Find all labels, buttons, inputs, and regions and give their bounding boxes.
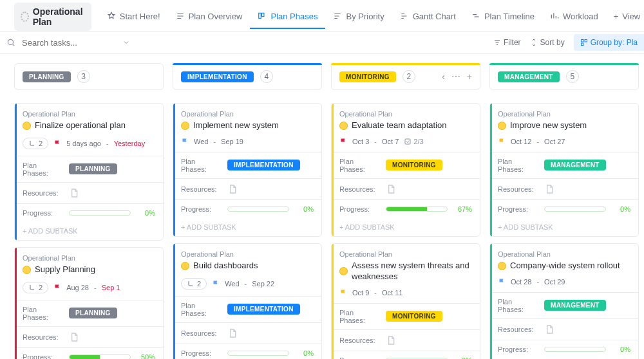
add-subtask-button[interactable]: + ADD SUBTASK (173, 218, 321, 236)
status-dot-icon[interactable] (23, 266, 31, 274)
field-label: Progress: (498, 205, 539, 213)
chevron-down-icon[interactable] (122, 39, 130, 46)
status-dot-icon[interactable] (23, 122, 31, 130)
progress-bar[interactable] (69, 210, 131, 216)
phase-tag[interactable]: PLANNING (69, 308, 117, 318)
toolbar-right: Filter Sort by Group by: Pla (493, 34, 644, 51)
group-by-button[interactable]: Group by: Pla (574, 34, 644, 51)
task-title: Improve new system (510, 120, 587, 131)
tab-workload[interactable]: Workload (542, 5, 606, 29)
document-icon[interactable] (386, 184, 396, 194)
document-icon[interactable] (386, 335, 396, 345)
tab-plan-overview[interactable]: Plan Overview (168, 5, 251, 29)
tab-label: Gantt Chart (413, 12, 456, 21)
plus-icon: + (614, 12, 619, 21)
tab-by-priority[interactable]: By Priority (325, 5, 392, 29)
progress-value: 0% (294, 349, 314, 357)
filter-button[interactable]: Filter (493, 38, 521, 47)
add-subtask-button[interactable]: + ADD SUBTASK (15, 222, 163, 240)
task-title: Supply Planning (35, 264, 95, 275)
phase-tag[interactable]: MANAGEMENT (544, 160, 606, 170)
task-card[interactable]: Operational Plan Assess new system threa… (331, 243, 480, 359)
document-icon[interactable] (227, 328, 238, 338)
task-card[interactable]: Operational Plan Implement new system We… (173, 103, 322, 237)
flag-icon[interactable] (339, 138, 347, 145)
progress-bar[interactable] (386, 207, 448, 212)
group-label: Group by: Pla (591, 38, 638, 47)
task-card[interactable]: Operational Plan Evaluate team adaptatio… (331, 103, 480, 237)
phase-tag[interactable]: MONITORING (386, 311, 442, 322)
column-header-management[interactable]: MANAGEMENT 5 (489, 63, 639, 90)
task-title: Assess new system threats and weaknesses (352, 261, 472, 282)
add-icon[interactable]: + (467, 71, 472, 82)
tab-gantt-chart[interactable]: Gantt Chart (392, 5, 464, 29)
field-label: Plan Phases: (23, 306, 64, 321)
document-icon[interactable] (544, 324, 554, 335)
column-header-implementation[interactable]: IMPLEMENTATION 4 (173, 63, 322, 90)
flag-icon[interactable] (498, 278, 506, 286)
add-subtask-button[interactable]: + ADD SUBTASK (332, 218, 480, 236)
progress-bar[interactable] (544, 347, 606, 352)
subtask-icon (28, 140, 36, 147)
flag-icon[interactable] (53, 284, 61, 291)
progress-bar[interactable] (227, 351, 289, 356)
field-label: Resources: (181, 185, 222, 193)
search-input[interactable] (21, 37, 117, 48)
field-label: Resources: (339, 336, 381, 344)
status-dot-icon[interactable] (181, 262, 189, 270)
subtask-count[interactable]: 2 (23, 138, 48, 149)
flag-icon[interactable] (53, 140, 61, 147)
add-subtask-button[interactable]: + ADD SUBTASK (490, 218, 638, 236)
board: PLANNING 3 Operational Plan Finalize ope… (0, 54, 644, 359)
collapse-icon[interactable]: ‹ (442, 71, 445, 82)
phase-tag[interactable]: IMPLEMENTATION (227, 304, 300, 315)
progress-bar[interactable] (69, 354, 131, 359)
plan-chip[interactable]: Operational Plan (14, 3, 91, 31)
flag-icon[interactable] (498, 138, 506, 145)
document-icon[interactable] (69, 332, 79, 342)
column-implementation: IMPLEMENTATION 4 Operational Plan Implem… (173, 63, 322, 359)
column-header-planning[interactable]: PLANNING 3 (14, 63, 164, 90)
more-icon[interactable]: ⋯ (451, 71, 460, 82)
subtask-count[interactable]: 2 (181, 278, 207, 290)
task-card[interactable]: Operational Plan Finalize operational pl… (14, 103, 164, 241)
tab-add-view[interactable]: + View (606, 5, 644, 29)
status-dot-icon[interactable] (339, 267, 348, 275)
sort-button[interactable]: Sort by (530, 38, 565, 47)
status-dot-icon[interactable] (339, 122, 348, 130)
search-wrap (6, 37, 130, 48)
task-card[interactable]: Operational Plan Company-wide system rol… (489, 243, 639, 359)
flag-icon[interactable] (339, 289, 347, 297)
status-dot-icon[interactable] (498, 122, 506, 130)
document-icon[interactable] (544, 184, 554, 194)
column-header-monitoring[interactable]: MONITORING 2 ‹ ⋯ + (331, 63, 480, 90)
phase-tag[interactable]: PLANNING (69, 163, 117, 174)
column-monitoring: MONITORING 2 ‹ ⋯ + Operational Plan Eval… (331, 63, 480, 359)
tab-start-here[interactable]: Start Here! (99, 5, 168, 29)
status-dot-icon[interactable] (181, 122, 189, 130)
flag-icon[interactable] (212, 280, 220, 288)
task-card[interactable]: Operational Plan Improve new system Oct … (489, 103, 639, 237)
progress-bar[interactable] (227, 207, 289, 212)
document-icon[interactable] (227, 184, 238, 194)
start-date: Aug 28 (66, 284, 89, 291)
task-card[interactable]: Operational Plan Supply Planning 2 Aug 2… (14, 247, 164, 359)
progress-bar[interactable] (544, 207, 606, 212)
search-icon (6, 38, 15, 47)
menu-icon[interactable] (5, 10, 10, 23)
phase-tag[interactable]: MANAGEMENT (544, 300, 606, 311)
pin-icon (107, 12, 116, 21)
subtask-count[interactable]: 2 (23, 282, 48, 293)
status-dot-icon[interactable] (498, 262, 506, 270)
tab-plan-phases[interactable]: Plan Phases (250, 5, 325, 29)
document-icon[interactable] (69, 188, 79, 198)
group-icon (580, 39, 588, 46)
phase-tag[interactable]: IMPLEMENTATION (227, 160, 300, 170)
task-card[interactable]: Operational Plan Build dashboards 2 Wed … (173, 243, 322, 359)
tab-plan-timeline[interactable]: Plan Timeline (464, 5, 542, 29)
phase-tag[interactable]: MONITORING (386, 160, 442, 170)
field-label: Progress: (23, 353, 64, 359)
tab-label: Plan Phases (270, 12, 317, 21)
flag-icon[interactable] (181, 138, 189, 145)
breadcrumb: Operational Plan (181, 250, 314, 258)
